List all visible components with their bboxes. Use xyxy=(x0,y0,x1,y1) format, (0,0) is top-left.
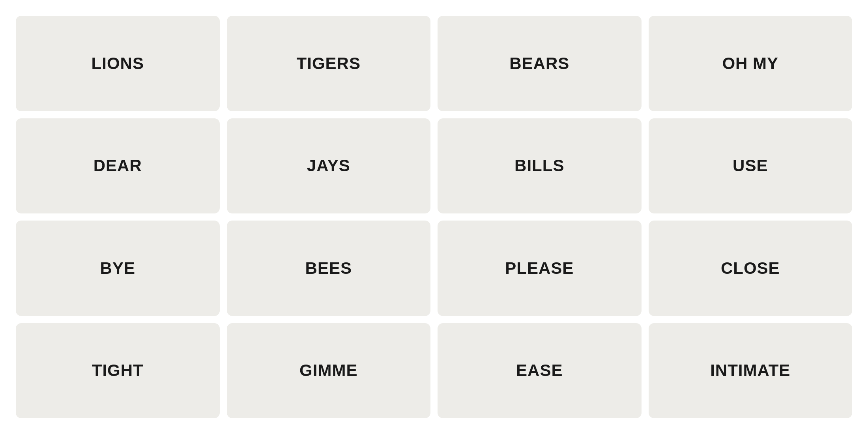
cell-label-bills: BILLS xyxy=(514,156,564,175)
grid-cell-jays[interactable]: JAYS xyxy=(227,118,431,214)
cell-label-bees: BEES xyxy=(305,259,352,278)
grid-cell-bills[interactable]: BILLS xyxy=(438,118,642,214)
grid-cell-use[interactable]: USE xyxy=(649,118,853,214)
grid-cell-lions[interactable]: LIONS xyxy=(16,16,220,111)
grid-cell-bye[interactable]: BYE xyxy=(16,221,220,316)
cell-label-bears: BEARS xyxy=(509,54,569,73)
word-grid: LIONSTIGERSBEARSOH MYDEARJAYSBILLSUSEBYE… xyxy=(0,0,868,434)
cell-label-jays: JAYS xyxy=(307,156,350,175)
grid-cell-oh-my[interactable]: OH MY xyxy=(649,16,853,111)
cell-label-close: CLOSE xyxy=(721,259,780,278)
cell-label-tigers: TIGERS xyxy=(297,54,361,73)
cell-label-tight: TIGHT xyxy=(92,361,144,380)
cell-label-oh-my: OH MY xyxy=(722,54,778,73)
grid-cell-intimate[interactable]: INTIMATE xyxy=(649,323,853,419)
cell-label-ease: EASE xyxy=(516,361,563,380)
grid-cell-gimme[interactable]: GIMME xyxy=(227,323,431,419)
cell-label-dear: DEAR xyxy=(94,156,142,175)
grid-cell-bees[interactable]: BEES xyxy=(227,221,431,316)
grid-cell-ease[interactable]: EASE xyxy=(438,323,642,419)
grid-cell-bears[interactable]: BEARS xyxy=(438,16,642,111)
cell-label-please: PLEASE xyxy=(505,259,574,278)
grid-cell-please[interactable]: PLEASE xyxy=(438,221,642,316)
grid-cell-tigers[interactable]: TIGERS xyxy=(227,16,431,111)
cell-label-intimate: INTIMATE xyxy=(710,361,790,380)
grid-cell-dear[interactable]: DEAR xyxy=(16,118,220,214)
cell-label-bye: BYE xyxy=(100,259,135,278)
grid-cell-tight[interactable]: TIGHT xyxy=(16,323,220,419)
cell-label-gimme: GIMME xyxy=(299,361,357,380)
cell-label-lions: LIONS xyxy=(92,54,144,73)
cell-label-use: USE xyxy=(733,156,768,175)
grid-cell-close[interactable]: CLOSE xyxy=(649,221,853,316)
